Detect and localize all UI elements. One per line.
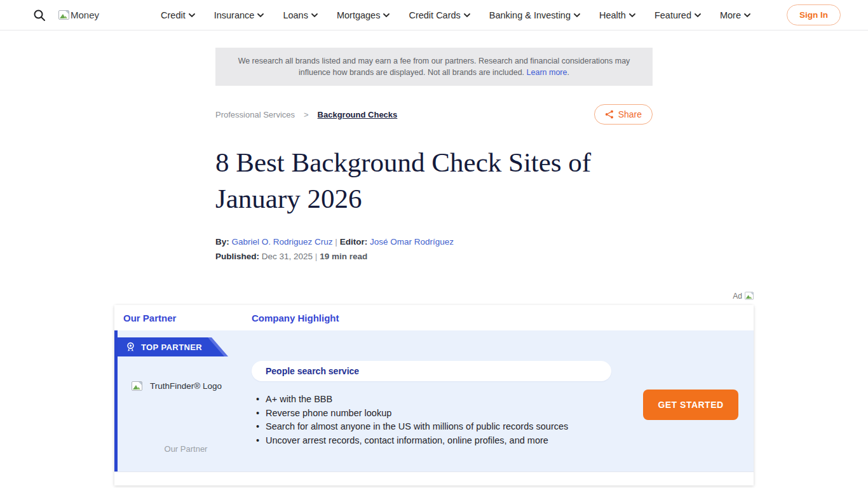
next-partner-row-partial [114, 471, 754, 485]
primary-nav: Credit Insurance Loans Mortgages Credit … [161, 10, 750, 20]
chevron-down-icon [629, 13, 635, 17]
breadcrumb: Professional Services > Background Check… [215, 104, 653, 125]
affiliate-disclaimer: We research all brands listed and may ea… [215, 48, 653, 86]
learn-more-link[interactable]: Learn more [527, 68, 567, 77]
column-header-company-highlight: Company Highlight [252, 313, 339, 323]
get-started-button[interactable]: GET STARTED [643, 390, 738, 420]
site-logo-alt-text: Money [71, 10, 99, 20]
ad-label-row: Ad [114, 291, 754, 301]
service-tag-pill: People search service [252, 361, 611, 381]
published-date: Dec 31, 2025 [262, 252, 313, 261]
chevron-down-icon [189, 13, 195, 17]
partner-comparison-card: Our Partner Company Highlight TOP PARTNE… [114, 305, 754, 485]
nav-item-insurance[interactable]: Insurance [214, 10, 264, 20]
chevron-down-icon [311, 13, 318, 17]
nav-item-credit[interactable]: Credit [161, 10, 195, 20]
nav-item-credit-cards[interactable]: Credit Cards [409, 10, 470, 20]
highlight-item: Reverse phone number lookup [255, 407, 620, 421]
byline: By: Gabriel O. Rodriguez Cruz | Editor: … [215, 236, 653, 248]
sign-in-button[interactable]: Sign In [787, 4, 841, 25]
highlight-item: A+ with the BBB [255, 393, 620, 407]
partner-table-header: Our Partner Company Highlight [114, 305, 754, 330]
published-row: Published: Dec 31, 2025 | 19 min read [215, 250, 653, 263]
chevron-down-icon [257, 13, 264, 17]
nav-item-banking-investing[interactable]: Banking & Investing [489, 10, 580, 20]
broken-image-icon [745, 292, 754, 300]
chevron-down-icon [574, 13, 580, 17]
search-icon[interactable] [33, 9, 46, 22]
editor-link[interactable]: José Omar Rodríguez [370, 237, 454, 247]
chevron-down-icon [383, 13, 390, 17]
share-icon [605, 110, 614, 119]
medal-icon [126, 342, 135, 353]
column-header-our-partner: Our Partner [123, 313, 176, 323]
nav-item-featured[interactable]: Featured [654, 10, 701, 20]
breadcrumb-parent[interactable]: Professional Services [215, 110, 295, 119]
partner-caption: Our Partner [118, 444, 254, 454]
read-time: 19 min read [320, 252, 367, 261]
ad-label: Ad [733, 292, 742, 301]
broken-image-icon [58, 10, 69, 20]
top-partner-label: TOP PARTNER [141, 342, 202, 352]
nav-item-more[interactable]: More [720, 10, 750, 20]
share-label: Share [618, 109, 642, 119]
nav-item-loans[interactable]: Loans [283, 10, 318, 20]
page-title: 8 Best Background Check Sites of January… [215, 144, 653, 217]
highlight-item: Search for almost anyone in the US with … [255, 420, 620, 434]
chevron-down-icon [744, 13, 750, 17]
site-logo[interactable]: Money [58, 10, 99, 20]
chevron-down-icon [695, 13, 701, 17]
top-partner-row: TOP PARTNER TruthFinder® Logo Our Partne… [114, 330, 754, 471]
nav-item-health[interactable]: Health [599, 10, 635, 20]
highlight-item: Uncover arrest records, contact informat… [255, 434, 620, 448]
breadcrumb-current[interactable]: Background Checks [318, 110, 398, 119]
highlight-list: A+ with the BBB Reverse phone number loo… [255, 393, 620, 447]
broken-image-icon [132, 381, 142, 391]
partner-logo[interactable]: TruthFinder® Logo [132, 381, 222, 391]
top-partner-ribbon: TOP PARTNER [118, 337, 232, 356]
nav-item-mortgages[interactable]: Mortgages [337, 10, 390, 20]
chevron-down-icon [464, 13, 470, 17]
disclaimer-text: We research all brands listed and may ea… [238, 57, 630, 77]
service-tag-label: People search service [266, 366, 359, 376]
share-button[interactable]: Share [594, 104, 653, 125]
breadcrumb-separator: > [304, 110, 309, 119]
author-link[interactable]: Gabriel O. Rodriguez Cruz [232, 237, 333, 247]
partner-logo-alt-text: TruthFinder® Logo [150, 381, 222, 391]
top-navigation: Money Credit Insurance Loans Mortgages C… [0, 0, 868, 30]
